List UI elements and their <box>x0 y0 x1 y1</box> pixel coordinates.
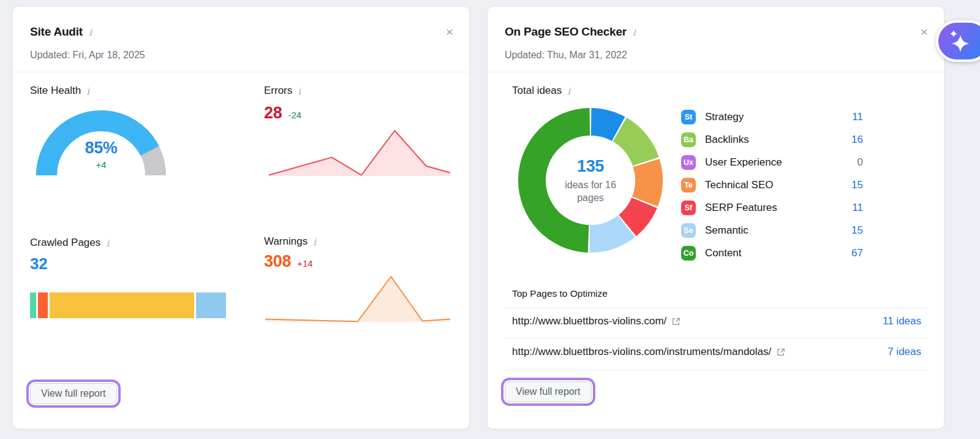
updated-timestamp: Updated: Thu, Mar 31, 2022 <box>505 50 627 61</box>
card-header: On Page SEO Checker i <box>505 25 636 39</box>
warnings-label: Warnings i <box>264 235 316 248</box>
info-icon[interactable]: i <box>298 85 301 97</box>
divider <box>13 72 469 72</box>
info-icon[interactable]: i <box>313 235 316 248</box>
divider <box>505 308 929 308</box>
crawled-pages-bar <box>30 292 226 318</box>
legend-row-strategy[interactable]: St Strategy 11 <box>681 110 863 124</box>
errors-delta: -24 <box>288 110 301 120</box>
legend-row-serp-features[interactable]: Sf SERP Features 11 <box>681 200 863 215</box>
top-page-row: http://www.bluettbros-violins.com/ 11 id… <box>512 315 921 327</box>
site-health-delta: +4 <box>36 159 166 170</box>
site-health-gauge: 85% +4 <box>36 109 166 179</box>
external-link-icon[interactable] <box>671 317 680 326</box>
legend-row-user-experience[interactable]: Ux User Experience 0 <box>681 155 863 170</box>
total-ideas-label: Total ideas i <box>512 85 570 97</box>
info-icon[interactable]: i <box>106 237 109 249</box>
external-link-icon[interactable] <box>776 348 785 357</box>
close-icon[interactable]: × <box>446 25 453 38</box>
errors-value[interactable]: 28 <box>264 104 282 123</box>
view-full-report-button[interactable]: View full report <box>505 381 592 402</box>
info-icon[interactable]: i <box>89 26 92 38</box>
info-icon[interactable]: i <box>86 85 89 97</box>
page-title: On Page SEO Checker <box>505 25 627 39</box>
warnings-delta: +14 <box>297 258 312 269</box>
top-pages-label: Top Pages to Optimize <box>512 288 608 299</box>
legend-row-technical-seo[interactable]: Te Technical SEO 15 <box>681 178 863 193</box>
legend-row-content[interactable]: Co Content 67 <box>681 246 863 261</box>
site-audit-card: Site Audit i × Updated: Fri, Apr 18, 202… <box>12 6 470 429</box>
warnings-value[interactable]: 308 <box>264 252 291 271</box>
card-header: Site Audit i <box>30 25 92 39</box>
on-page-seo-checker-card: On Page SEO Checker i × Updated: Thu, Ma… <box>487 6 944 429</box>
crawled-pages-value[interactable]: 32 <box>30 254 47 273</box>
technical-seo-badge-icon: Te <box>681 178 696 193</box>
top-page-row: http://www.bluettbros-violins.com/instru… <box>512 346 921 358</box>
ideas-donut-chart: 135 ideas for 16 pages <box>517 107 664 254</box>
page-url: http://www.bluettbros-violins.com/instru… <box>512 346 771 358</box>
info-icon[interactable]: i <box>567 85 570 97</box>
user-experience-badge-icon: Ux <box>681 155 696 170</box>
page-title: Site Audit <box>30 25 83 39</box>
semantic-badge-icon: Se <box>681 223 696 238</box>
crawled-pages-label: Crawled Pages i <box>30 237 109 249</box>
view-full-report-button[interactable]: View full report <box>30 383 117 404</box>
site-health-label: Site Health i <box>30 85 89 97</box>
strategy-badge-icon: St <box>681 110 696 124</box>
divider <box>505 370 929 370</box>
updated-timestamp: Updated: Fri, Apr 18, 2025 <box>30 50 145 61</box>
ai-assistant-button[interactable] <box>936 20 980 62</box>
errors-trend-chart <box>263 127 453 180</box>
warnings-trend-chart <box>263 273 453 326</box>
divider <box>505 338 929 338</box>
divider <box>488 72 944 72</box>
errors-label: Errors i <box>264 85 301 97</box>
ideas-link[interactable]: 7 ideas <box>888 346 921 358</box>
serp-features-badge-icon: Sf <box>681 200 696 215</box>
ideas-link[interactable]: 11 ideas <box>883 315 921 327</box>
page-url: http://www.bluettbros-violins.com/ <box>512 315 666 327</box>
ideas-legend: St Strategy 11 Ba Backlinks 16 Ux User E… <box>681 110 863 261</box>
legend-row-backlinks[interactable]: Ba Backlinks 16 <box>681 132 863 147</box>
backlinks-badge-icon: Ba <box>681 132 696 147</box>
content-badge-icon: Co <box>681 246 696 261</box>
legend-row-semantic[interactable]: Se Semantic 15 <box>681 223 863 238</box>
close-icon[interactable]: × <box>921 25 928 38</box>
site-health-value: 85% <box>36 139 166 158</box>
info-icon[interactable]: i <box>633 26 636 38</box>
sparkles-icon <box>946 28 973 55</box>
